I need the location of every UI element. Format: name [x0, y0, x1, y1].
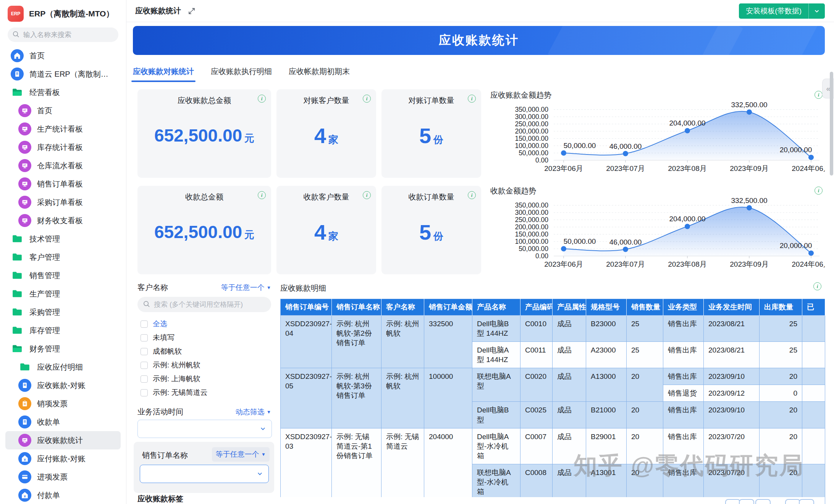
table-column-header[interactable]: 产品名称	[472, 299, 520, 316]
filter-customer-search[interactable]	[137, 297, 271, 312]
tab-item[interactable]: 应收帐款期初期末	[289, 66, 350, 82]
info-icon[interactable]: i	[258, 95, 266, 103]
filter-checkbox-option[interactable]: 示例: 上海帆软	[141, 374, 200, 384]
info-icon[interactable]: i	[468, 191, 476, 199]
sidebar-item[interactable]: 生产统计看板	[5, 120, 121, 138]
sidebar-item[interactable]: 应收应付明细	[5, 358, 121, 376]
sidebar-search-input[interactable]	[23, 31, 112, 39]
kpi-value: 5份	[381, 219, 481, 244]
filter-checkbox-option[interactable]: 未填写	[141, 333, 175, 343]
sidebar-item[interactable]: 技术管理	[5, 230, 121, 248]
table-column-header[interactable]: 产品编码	[520, 299, 553, 316]
sidebar-item[interactable]: 经营看板	[5, 83, 121, 101]
table-column-header[interactable]: 规格型号	[586, 299, 627, 316]
pagination-button[interactable]	[755, 499, 771, 504]
info-icon[interactable]: i	[363, 191, 371, 199]
filter-checkbox-option[interactable]: 成都帆软	[141, 346, 182, 356]
sidebar-item[interactable]: 库存统计看板	[5, 138, 121, 156]
sidebar-item[interactable]: ¥应付账款-对账	[5, 449, 121, 468]
table-column-header[interactable]: 销售数量	[627, 299, 663, 316]
table-column-header[interactable]: 产品属性	[553, 299, 586, 316]
info-icon[interactable]: i	[815, 187, 823, 195]
table-column-header[interactable]: 出库数量	[760, 299, 802, 316]
tab-item[interactable]: 应收账款执行明细	[211, 66, 272, 82]
filter-checkbox-option[interactable]: 示例: 无锡简道云	[141, 388, 208, 398]
filter-customer-search-input[interactable]	[153, 300, 265, 309]
folder-icon	[11, 287, 24, 300]
sidebar-item[interactable]: 采购订单看板	[5, 193, 121, 211]
chevron-down-icon[interactable]	[809, 3, 825, 19]
filter-checkbox-option[interactable]: 示例: 杭州帆软	[141, 360, 200, 370]
table-column-header[interactable]: 客户名称	[381, 299, 424, 316]
table-column-header[interactable]: 业务发生时间	[704, 299, 760, 316]
table-column-header[interactable]: 销售订单编号	[281, 299, 332, 316]
filter-checkbox-option[interactable]: 全选	[141, 319, 167, 329]
svg-text:2023年06月: 2023年06月	[544, 164, 583, 172]
app-header: ERP ERP（离散制造-MTO）	[0, 0, 126, 23]
sidebar-item[interactable]: ¥付款单	[5, 486, 121, 504]
svg-text:2024年06月: 2024年06月	[792, 260, 825, 268]
fullscreen-icon[interactable]	[188, 7, 196, 15]
sidebar-item[interactable]: 收款单	[5, 413, 121, 431]
app-title: ERP（离散制造-MTO）	[29, 8, 114, 19]
tab-active[interactable]: 应收账款对账统计	[133, 66, 194, 82]
info-icon[interactable]: i	[258, 191, 266, 199]
info-icon[interactable]: i	[363, 95, 371, 103]
svg-text:100,000.00: 100,000.00	[515, 238, 548, 245]
table-cell: 成品	[553, 316, 586, 342]
filter-order-name-select[interactable]	[140, 465, 269, 483]
pagination-button[interactable]	[799, 499, 814, 504]
sidebar-item[interactable]: 客户管理	[5, 248, 121, 266]
sidebar-item[interactable]: 销售订单看板	[5, 175, 121, 193]
table-column-header[interactable]: 业务类型	[663, 299, 704, 316]
page-title: 应收账款统计	[135, 6, 181, 16]
sidebar-item[interactable]: 采购管理	[5, 303, 121, 321]
table-column-header[interactable]: 销售订单金额/元	[424, 299, 472, 316]
filter-customer-op-dropdown[interactable]: 等于任意一个 ▼	[221, 283, 271, 293]
table-column-header[interactable]: 销售订单名称	[332, 299, 381, 316]
sidebar-item[interactable]: 财务管理	[5, 340, 121, 358]
filter-order-name-op-dropdown[interactable]: 等于任意一个 ▼	[212, 447, 270, 462]
info-icon[interactable]: i	[813, 282, 821, 290]
checkbox[interactable]	[141, 334, 148, 341]
svg-text:50,000.00: 50,000.00	[519, 245, 548, 253]
dashboard-icon	[18, 214, 31, 227]
sidebar-item[interactable]: 应收账款统计	[5, 431, 121, 449]
search-icon	[12, 31, 19, 39]
sidebar-item[interactable]: 首页	[5, 101, 121, 120]
install-template-label[interactable]: 安装模板(带数据)	[739, 3, 808, 19]
table-column-header[interactable]: 已	[802, 299, 825, 316]
table-cell: C0008	[520, 464, 553, 500]
checkbox[interactable]	[141, 389, 148, 396]
sidebar-item[interactable]: 库存管理	[5, 321, 121, 340]
checkbox[interactable]	[141, 375, 148, 383]
checkbox[interactable]	[141, 348, 148, 355]
folder-icon	[11, 232, 24, 245]
scrollbar-thumb[interactable]	[830, 72, 833, 176]
checkbox[interactable]	[141, 362, 148, 369]
info-icon[interactable]: i	[815, 91, 823, 99]
pagination-button[interactable]	[725, 499, 740, 504]
sidebar-search[interactable]	[8, 27, 118, 42]
checkbox[interactable]	[141, 320, 148, 328]
info-icon[interactable]: i	[468, 95, 476, 103]
sidebar-item[interactable]: 首页	[5, 47, 121, 65]
install-template-button[interactable]: 安装模板(带数据)	[739, 3, 825, 19]
sidebar-item[interactable]: 生产管理	[5, 285, 121, 303]
pagination-button[interactable]	[785, 499, 800, 504]
filter-time-op-dropdown[interactable]: 动态筛选 ▼	[236, 407, 271, 417]
sidebar-item[interactable]: 仓库流水看板	[5, 156, 121, 175]
sidebar-item[interactable]: 销项发票	[5, 395, 121, 413]
page-banner: 应收账款统计	[133, 26, 825, 55]
sidebar-item[interactable]: 简道云 ERP（离散制造-MTO）...	[5, 65, 121, 83]
sidebar-item[interactable]: 应收账款-对账	[5, 376, 121, 395]
table-cell: 25	[627, 316, 663, 342]
filter-time-select[interactable]	[137, 420, 272, 438]
chevron-down-icon	[257, 470, 263, 478]
pagination-button[interactable]	[739, 499, 754, 504]
sidebar-item[interactable]: 销售管理	[5, 266, 121, 285]
sidebar-item-label: 生产统计看板	[37, 124, 83, 134]
sidebar-item[interactable]: 进项发票	[5, 468, 121, 486]
kpi-title: 应收账款总金额	[137, 95, 271, 106]
sidebar-item[interactable]: 财务收支看板	[5, 211, 121, 230]
